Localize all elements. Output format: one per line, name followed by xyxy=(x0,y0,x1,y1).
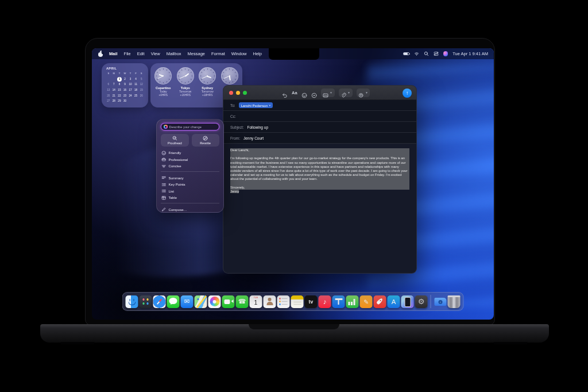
emoji-icon[interactable] xyxy=(301,90,307,96)
calendar-day[interactable]: 8 xyxy=(117,82,122,87)
calendar-day[interactable]: 12 xyxy=(138,82,144,87)
finder-dock-icon[interactable] xyxy=(126,295,138,308)
wifi-icon[interactable] xyxy=(414,51,419,56)
numbers-dock-icon[interactable] xyxy=(346,295,359,308)
subject-field[interactable]: Subject: Following up xyxy=(223,122,416,133)
control-center-icon[interactable] xyxy=(434,51,439,56)
calendar-day[interactable]: 20 xyxy=(106,94,111,99)
calendar-day[interactable]: 13 xyxy=(106,88,111,93)
calendar-day[interactable]: 29 xyxy=(117,99,122,104)
calendar-day[interactable]: 7 xyxy=(111,82,117,87)
menu-format[interactable]: Format xyxy=(211,51,225,56)
calendar-day[interactable]: 17 xyxy=(127,88,133,93)
to-field[interactable]: To: Lanchi Pederson ▾ xyxy=(223,100,416,111)
keynote-dock-icon[interactable] xyxy=(332,295,345,308)
calendar-day[interactable]: 2 xyxy=(122,77,128,82)
calendar-day[interactable]: 5 xyxy=(138,77,144,82)
launchpad-dock-icon[interactable] xyxy=(140,295,152,308)
writing-tools-input[interactable] xyxy=(169,125,217,129)
calendar-day[interactable]: 21 xyxy=(111,94,117,99)
menu-bar-clock[interactable]: Tue Apr 1 9:41 AM xyxy=(452,51,488,56)
menu-help[interactable]: Help xyxy=(253,51,261,56)
menu-mail[interactable]: Mail xyxy=(109,51,118,56)
calendar-day[interactable]: 28 xyxy=(111,99,117,104)
calendar-widget[interactable]: APRIL SMTWTFS123456789101112131415161718… xyxy=(102,63,148,107)
minimize-button[interactable] xyxy=(236,91,240,95)
calendar-day[interactable]: 15 xyxy=(117,88,122,93)
writing-tools-item-concise[interactable]: Concise xyxy=(161,163,219,170)
calendar-day[interactable] xyxy=(133,99,139,104)
recipient-token[interactable]: Lanchi Pederson ▾ xyxy=(239,102,273,107)
photos-dock-icon[interactable] xyxy=(208,295,221,308)
calendar-day[interactable]: 10 xyxy=(127,82,133,87)
calendar-day[interactable]: 25 xyxy=(133,94,139,99)
messages-dock-icon[interactable] xyxy=(167,295,180,308)
menu-edit[interactable]: Edit xyxy=(137,51,145,56)
send-button[interactable]: ↑ xyxy=(403,89,412,98)
siri-icon[interactable] xyxy=(443,51,448,56)
writing-tools-item-key-points[interactable]: Key Points xyxy=(161,181,219,188)
calendar-day[interactable]: 18 xyxy=(133,88,139,93)
calendar-day[interactable]: 3 xyxy=(127,77,133,82)
safari-dock-icon[interactable] xyxy=(153,295,166,308)
rocket-dock-icon[interactable] xyxy=(374,295,386,308)
writing-tools-item-professional[interactable]: Professional xyxy=(161,156,219,163)
reminders-dock-icon[interactable] xyxy=(277,295,290,308)
apple-menu-icon[interactable] xyxy=(98,51,103,57)
calendar-dock-icon[interactable] xyxy=(250,295,262,308)
writing-tools-icon[interactable] xyxy=(311,90,317,96)
writing-tools-item-table[interactable]: Table xyxy=(161,194,219,201)
calendar-day[interactable]: 14 xyxy=(111,88,117,93)
email-body[interactable]: Dear Lanchi, I'm following up regarding … xyxy=(223,144,416,198)
zoom-button[interactable] xyxy=(243,91,247,95)
cc-field[interactable]: Cc: xyxy=(223,111,416,122)
calendar-day[interactable]: 19 xyxy=(138,88,144,93)
appletv-dock-icon[interactable] xyxy=(305,295,318,308)
calendar-day[interactable] xyxy=(127,99,133,104)
calendar-day[interactable] xyxy=(138,99,144,104)
settings-dock-icon[interactable] xyxy=(415,295,428,308)
attachment-menu-button[interactable]: ▼ xyxy=(339,89,353,97)
menu-view[interactable]: View xyxy=(151,51,160,56)
menu-file[interactable]: File xyxy=(124,51,131,56)
calendar-day[interactable] xyxy=(106,77,111,82)
calendar-day[interactable]: 27 xyxy=(106,99,111,104)
calendar-day[interactable] xyxy=(111,77,117,82)
signature-menu-button[interactable]: ▼ xyxy=(357,89,370,97)
writing-tools-item-summary[interactable]: Summary xyxy=(161,175,219,182)
menu-window[interactable]: Window xyxy=(231,51,247,56)
phone-dock-icon[interactable] xyxy=(236,295,249,308)
calendar-day[interactable]: 4 xyxy=(133,77,139,82)
notes-dock-icon[interactable] xyxy=(291,295,304,308)
contacts-dock-icon[interactable] xyxy=(264,295,276,308)
downloads-dock-icon[interactable] xyxy=(434,295,447,308)
calendar-selected-day[interactable]: 1 xyxy=(117,77,122,82)
iphone-mirroring-dock-icon[interactable] xyxy=(401,295,414,308)
search-icon[interactable] xyxy=(424,51,429,56)
appstore-dock-icon[interactable] xyxy=(388,295,400,308)
writing-tools-item-friendly[interactable]: Friendly xyxy=(161,149,219,156)
close-button[interactable] xyxy=(229,91,233,95)
calendar-day[interactable]: 11 xyxy=(133,82,139,87)
calendar-day[interactable]: 9 xyxy=(122,82,128,87)
calendar-day[interactable]: 24 xyxy=(127,94,133,99)
calendar-day[interactable]: 22 xyxy=(117,94,122,99)
format-aa-icon[interactable]: Aa xyxy=(292,90,297,95)
calendar-day[interactable]: 16 xyxy=(122,88,128,93)
menu-mailbox[interactable]: Mailbox xyxy=(167,51,181,56)
undo-icon[interactable] xyxy=(282,90,288,96)
menu-message[interactable]: Message xyxy=(188,51,205,56)
music-dock-icon[interactable] xyxy=(319,295,331,308)
writing-tools-item-list[interactable]: List xyxy=(161,188,219,195)
battery-icon[interactable] xyxy=(403,52,409,56)
trash-dock-icon[interactable] xyxy=(448,295,461,308)
writing-tools-item-compose-[interactable]: Compose… xyxy=(161,206,219,213)
mail-dock-icon[interactable] xyxy=(181,295,194,308)
rewrite-button[interactable]: Rewrite xyxy=(192,134,220,147)
calendar-day[interactable]: 23 xyxy=(122,94,128,99)
photo-browser-menu-button[interactable]: ▼ xyxy=(321,89,335,97)
pages-dock-icon[interactable] xyxy=(360,295,373,308)
facetime-dock-icon[interactable] xyxy=(222,295,235,308)
from-field[interactable]: From: Jenny Court xyxy=(223,133,416,144)
calendar-day[interactable]: 6 xyxy=(106,82,111,87)
